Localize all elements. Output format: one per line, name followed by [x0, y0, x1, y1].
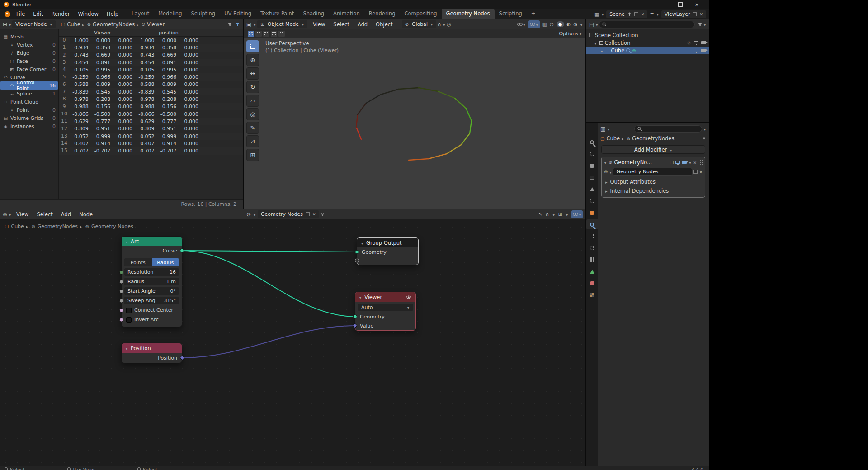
outliner-editor-icon[interactable]: ▤ [589, 21, 594, 28]
menu-node[interactable]: Node [75, 210, 97, 219]
collapse-icon[interactable] [604, 159, 607, 166]
arc-radius-input[interactable]: Radius1 m [124, 278, 179, 285]
outliner-row-cube[interactable]: Cube ⊚ [586, 47, 709, 54]
geometry-node-editor[interactable]: ⊚ ViewSelectAddNode ⊚ Geometry Nodes ↖ ∩… [0, 209, 585, 466]
expand-icon[interactable] [594, 40, 598, 46]
snap-magnet-icon[interactable]: ∩ [546, 211, 549, 217]
properties-editor-icon[interactable]: ▥ [600, 126, 605, 132]
invert-arc-checkbox[interactable] [126, 317, 132, 323]
source-edge[interactable]: ∕Edge0 [0, 49, 58, 57]
workspace-tab-animation[interactable]: Animation [329, 9, 364, 19]
properties-tab-modifiers[interactable] [586, 219, 598, 229]
menu-edit[interactable]: Edit [29, 9, 47, 19]
edit-mode-display-icon[interactable]: ▢ [670, 160, 674, 165]
minimize-button[interactable] [655, 0, 672, 9]
blender-menu-icon[interactable] [5, 11, 10, 17]
render-visibility-icon[interactable] [701, 41, 706, 44]
viewlayer-selector[interactable]: ViewLayer [661, 10, 706, 18]
menu-select[interactable]: Select [33, 210, 57, 219]
source-face-corner[interactable]: ◩Face Corner0 [0, 65, 58, 73]
viewlayer-chevron-icon[interactable] [656, 11, 659, 17]
arc-mode-points-button[interactable]: Points [124, 258, 152, 266]
filter-active-icon[interactable] [235, 22, 240, 27]
socket-arc-start-angle[interactable] [119, 289, 123, 293]
column-header-viewer[interactable]: Viewer [70, 29, 136, 36]
tool-measure-button[interactable]: ⊿ [246, 135, 259, 147]
workspace-tab-modeling[interactable]: Modeling [154, 9, 186, 19]
menu-help[interactable]: Help [103, 9, 123, 19]
pin-icon[interactable] [321, 212, 325, 217]
pin-icon[interactable] [627, 12, 632, 16]
properties-tab-constraints[interactable] [586, 255, 598, 265]
socket-viewer-geometry[interactable] [353, 315, 357, 319]
properties-tab-physics[interactable] [586, 243, 598, 253]
source-point[interactable]: ∙Point0 [0, 106, 58, 114]
node-group-name-field[interactable]: Geometry Nodes [613, 168, 692, 176]
node-arc-header[interactable]: Arc [122, 237, 182, 246]
pin-icon[interactable] [702, 136, 706, 141]
outliner-search-input[interactable] [599, 21, 695, 28]
workspace-tab-scripting[interactable]: Scripting [495, 9, 527, 19]
workspace-tab-geometry-nodes[interactable]: Geometry Nodes [442, 9, 495, 19]
socket-arc-sweep-ang[interactable] [119, 299, 123, 303]
tool-cursor-button[interactable]: ⊕ [246, 54, 259, 66]
properties-tab-output[interactable] [586, 161, 598, 171]
socket-arc-radius[interactable] [119, 280, 123, 284]
panel-output-attributes[interactable]: Output Attributes [602, 177, 705, 186]
tool-annotate-button[interactable]: ✎ [246, 122, 259, 134]
render-visibility-icon[interactable] [701, 49, 706, 52]
spreadsheet-display-selector[interactable]: Viewer Node [12, 20, 56, 28]
source-vertex[interactable]: ∙Vertex0 [0, 41, 58, 49]
show-viewport-icon[interactable] [675, 161, 680, 164]
properties-tab-view-layer[interactable] [586, 172, 598, 182]
show-render-icon[interactable] [682, 161, 687, 164]
unlink-viewlayer-icon[interactable] [699, 11, 703, 17]
scene-browse-icon[interactable]: ▦ [594, 11, 599, 17]
menu-view[interactable]: View [12, 210, 33, 219]
connect-center-checkbox[interactable] [126, 308, 132, 313]
node-viewer[interactable]: Viewer Auto Geometry Value [355, 292, 416, 331]
spreadsheet-editor-icon[interactable]: ⊞ [3, 21, 7, 28]
node-viewer-header[interactable]: Viewer [355, 292, 415, 302]
node-tree-icon[interactable]: ⊚ [246, 211, 251, 218]
properties-tab-object[interactable] [586, 208, 598, 218]
panel-internal-dependencies[interactable]: Internal Dependencies [602, 186, 705, 195]
drag-handle-icon[interactable] [699, 160, 703, 165]
node-position[interactable]: Position Position [121, 343, 182, 363]
menu-file[interactable]: File [12, 9, 29, 19]
source-spline[interactable]: ∽Spline1 [0, 90, 58, 98]
tool-rotate-button[interactable]: ↻ [246, 81, 259, 93]
properties-tab-texture[interactable] [586, 290, 598, 300]
node-editor-icon[interactable]: ⊚ [3, 211, 7, 218]
properties-search-input[interactable] [634, 125, 702, 133]
workspace-tab-sculpting[interactable]: Sculpting [186, 9, 220, 19]
snap-grid-icon[interactable]: ⊞ [558, 211, 562, 217]
source-instances[interactable]: ◈Instances0 [0, 122, 58, 130]
filter-icon[interactable] [227, 22, 232, 27]
tool-move-button[interactable]: ↔ [246, 67, 259, 80]
properties-tab-scene[interactable] [586, 184, 598, 194]
copy-icon[interactable] [306, 212, 310, 216]
collection-checkbox[interactable] [687, 41, 691, 45]
properties-tab-particles[interactable] [586, 231, 598, 241]
expand-icon[interactable] [601, 47, 604, 54]
source-point-cloud[interactable]: ∷Point Cloud [0, 98, 58, 106]
menu-add[interactable]: Add [57, 210, 75, 219]
tool-select-box-button[interactable] [246, 40, 259, 52]
outliner-filter-icon[interactable] [698, 22, 703, 27]
properties-tab-tool[interactable] [586, 137, 598, 147]
properties-tab-world[interactable] [586, 196, 598, 206]
socket-group-output-extend[interactable] [355, 259, 359, 263]
tool-add-cube-button[interactable]: ⊞ [246, 149, 259, 161]
overlays-icon[interactable] [571, 210, 583, 218]
node-tree-icon[interactable]: ⊚ [604, 169, 608, 174]
source-volume-grids[interactable]: ▤Volume Grids0 [0, 114, 58, 122]
arc-start-angle-input[interactable]: Start Angle0° [124, 287, 179, 295]
outliner-row-scene-collection[interactable]: Scene Collection [586, 31, 709, 39]
properties-tab-render[interactable] [586, 149, 598, 159]
socket-group-output-geometry[interactable] [355, 250, 359, 254]
tool-transform-button[interactable]: ◎ [246, 108, 259, 120]
source-control-point[interactable]: ◠Control Point16 [0, 81, 58, 90]
node-group-output-header[interactable]: Group Output [357, 238, 418, 247]
scene-selector[interactable]: Scene [606, 10, 647, 18]
